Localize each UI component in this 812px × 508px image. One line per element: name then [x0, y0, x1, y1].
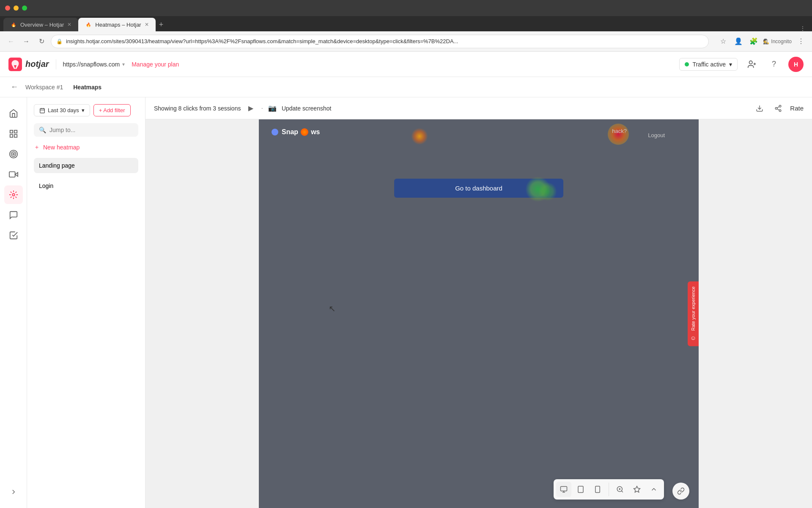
hotjar-logo[interactable]: hotjar [8, 58, 49, 71]
user-avatar[interactable]: H [788, 57, 804, 72]
nav-logout-link: Logout [648, 132, 665, 138]
reload-button[interactable]: ↻ [36, 36, 47, 47]
mouse-cursor: ↖ [329, 304, 336, 314]
download-button[interactable] [753, 102, 766, 115]
nav-hack-area: hack? [612, 128, 627, 134]
heatmap-area: Showing 8 clicks from 3 sessions ▶ · 📷 U… [145, 97, 812, 508]
add-filter-button[interactable]: + Add filter [93, 104, 131, 116]
heatmap-list-item-login[interactable]: Login [34, 178, 138, 193]
heatmap-screenshot: Snap ws hack? [259, 119, 699, 508]
chevron-down-icon: ▾ [122, 61, 125, 67]
close-window-button[interactable] [5, 6, 10, 11]
svg-point-19 [779, 105, 782, 107]
heatmap-settings-button3[interactable] [646, 482, 661, 497]
url-actions: ☆ 👤 🧩 [717, 36, 760, 47]
heatmap-viewport: Snap ws hack? [145, 119, 812, 508]
screenshot-info: 📷 [268, 104, 277, 112]
svg-marker-11 [15, 172, 17, 176]
tabs-more-button[interactable]: ⋮ [797, 25, 809, 31]
add-user-button[interactable] [744, 57, 760, 72]
bookmark-icon[interactable]: ☆ [717, 36, 729, 47]
url-bar[interactable]: 🔒 insights.hotjar.com/sites/3090413/heat… [51, 35, 709, 48]
desktop-view-button[interactable] [556, 482, 571, 497]
minimize-window-button[interactable] [14, 6, 19, 11]
back-button[interactable]: ← [5, 36, 17, 47]
browser-actions: 🕵 Incognito ⋮ [763, 36, 807, 47]
camera-icon: 📷 [268, 104, 277, 112]
tab-overview-close[interactable]: ✕ [67, 22, 71, 28]
update-screenshot-button[interactable]: Update screenshot [282, 105, 332, 112]
sidebar-item-home[interactable] [4, 104, 23, 123]
svg-rect-4 [10, 130, 12, 133]
sidebar-item-feedback[interactable] [4, 206, 23, 224]
manage-plan-link[interactable]: Manage your plan [132, 61, 179, 68]
svg-point-1 [749, 61, 752, 64]
search-box: 🔍 [34, 123, 138, 137]
profile-icon[interactable]: 👤 [732, 36, 744, 47]
stats-separator: · [261, 105, 263, 112]
incognito-badge: 🕵 Incognito [763, 39, 792, 44]
sidebar-item-targeting[interactable] [4, 145, 23, 163]
sidebar-collapse-button[interactable] [4, 483, 23, 501]
mobile-view-button[interactable] [590, 482, 605, 497]
rate-button[interactable]: Rate [790, 105, 804, 112]
search-icon: 🔍 [39, 127, 46, 133]
help-button[interactable]: ? [766, 57, 782, 72]
heatmap-settings-button1[interactable] [612, 482, 628, 497]
site-logo-preview: Snap ws [272, 128, 320, 136]
extensions-icon[interactable]: 🧩 [748, 36, 760, 47]
tab-overview-label: Overview – Hotjar [20, 22, 64, 28]
svg-line-23 [777, 106, 779, 108]
browser-chrome: 🔥 Overview – Hotjar ✕ 🔥 Heatmaps – Hotja… [0, 0, 812, 52]
new-heatmap-plus-icon: ＋ [34, 144, 40, 151]
nav-hack-link: hack? [612, 128, 627, 134]
traffic-status-label: Traffic active [692, 61, 726, 68]
cta-area: Go to dashboard [394, 179, 563, 198]
site-url[interactable]: https://snapflows.com ▾ [63, 61, 125, 68]
site-logo-text2: ws [311, 128, 320, 136]
filter-toolbar: Last 30 days ▾ + Add filter [34, 104, 138, 116]
site-cta-text: Go to dashboard [455, 185, 502, 192]
heatspot-nav [608, 124, 629, 145]
copy-link-button[interactable] [672, 483, 689, 500]
sidebar-item-surveys[interactable] [4, 226, 23, 245]
more-options-button[interactable]: ⋮ [795, 36, 807, 47]
tab-heatmaps-close[interactable]: ✕ [145, 22, 149, 28]
lock-icon: 🔒 [56, 39, 63, 44]
play-sessions-button[interactable]: ▶ [246, 103, 256, 113]
heatmap-settings-button2[interactable] [629, 482, 645, 497]
maximize-window-button[interactable] [22, 6, 27, 11]
traffic-active-dot [685, 62, 689, 66]
sidebar-item-heatmaps[interactable] [4, 185, 23, 204]
site-logo-dot [272, 129, 278, 135]
date-filter-button[interactable]: Last 30 days ▾ [34, 104, 90, 116]
breadcrumb-bar: ← Workspace #1 Heatmaps [0, 77, 812, 97]
nav-divider [56, 59, 56, 69]
sidebar-item-recordings[interactable] [4, 165, 23, 184]
forward-button[interactable]: → [20, 36, 32, 47]
browser-titlebar [0, 0, 812, 16]
back-navigation-button[interactable]: ← [8, 81, 20, 93]
svg-rect-12 [9, 172, 15, 177]
new-tab-button[interactable]: + [156, 18, 169, 31]
share-button[interactable] [771, 102, 785, 115]
svg-rect-24 [561, 486, 567, 491]
rate-experience-sidebar[interactable]: Rate your experience ☺ [688, 282, 699, 346]
svg-point-13 [12, 193, 15, 196]
new-heatmap-button[interactable]: ＋ New heatmap [34, 142, 138, 153]
sidebar-item-dashboard[interactable] [4, 124, 23, 143]
traffic-status-indicator[interactable]: Traffic active ▾ [679, 58, 738, 71]
sidebar [0, 97, 27, 508]
site-cta-button: Go to dashboard [394, 179, 563, 198]
site-nav-preview: Snap ws hack? [259, 119, 699, 145]
tab-heatmaps[interactable]: 🔥 Heatmaps – Hotjar ✕ [78, 18, 155, 31]
app: hotjar https://snapflows.com ▾ Manage yo… [0, 52, 812, 508]
tablet-view-button[interactable] [573, 482, 588, 497]
svg-point-21 [779, 110, 782, 112]
svg-rect-14 [40, 108, 45, 113]
tab-overview[interactable]: 🔥 Overview – Hotjar ✕ [3, 18, 78, 31]
heatmap-list-item-landing[interactable]: Landing page [34, 158, 138, 173]
sidebar-bottom [4, 483, 23, 501]
update-screenshot-label: Update screenshot [282, 105, 332, 112]
search-input[interactable] [49, 127, 133, 133]
